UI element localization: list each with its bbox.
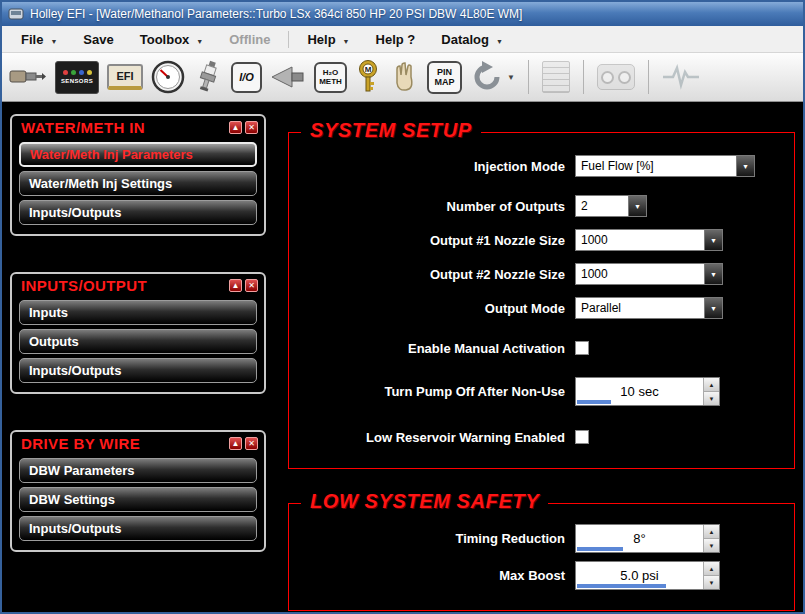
output1-nozzle-label: Output #1 Nozzle Size [289,233,565,248]
system-setup-title: SYSTEM SETUP [301,119,481,142]
output2-nozzle-select[interactable]: 1000 [575,263,723,285]
value-position-indicator [577,547,623,551]
pin-map-icon[interactable]: PIN MAP [427,55,462,99]
output-mode-value: Parallel [576,298,704,318]
fuel-filter-icon[interactable] [270,55,306,99]
sidebar-item-dbw-parameters[interactable]: DBW Parameters [19,458,257,483]
spin-down-button[interactable] [704,576,719,589]
panel-water-meth-in-header: WATER/METH IN ▲ ✕ [12,116,264,138]
output-mode-row: Output Mode Parallel [289,295,794,321]
panel-collapse-button[interactable]: ▲ [229,279,242,292]
sync-dropdown-caret-icon[interactable]: ▼ [507,73,515,82]
menu-help-label: Help [307,32,335,47]
sidebar-item-water-meth-inj-parameters[interactable]: Water/Meth Inj Parameters [19,142,257,167]
menu-datalog[interactable]: Datalog [428,28,516,51]
notes-icon [542,55,570,99]
output1-nozzle-value: 1000 [576,230,704,250]
app-icon[interactable] [8,6,24,22]
sidebar-item-dbw-inputs-outputs[interactable]: Inputs/Outputs [19,516,257,541]
output1-nozzle-row: Output #1 Nozzle Size 1000 [289,227,794,253]
toolbar: SENSORS EFI I/O H₂O METH M [2,53,803,102]
timing-reduction-input[interactable]: 8° [575,524,720,553]
menu-file[interactable]: File [8,28,70,51]
io-icon-label: I/O [239,71,254,83]
menu-help-question-label: Help ? [376,32,416,47]
spin-down-button[interactable] [704,539,719,552]
panel-inputs-output: INPUTS/OUTPUT ▲ ✕ Inputs Outputs Inputs/… [10,272,266,394]
panel-collapse-button[interactable]: ▲ [229,437,242,450]
pin-map-icon-label-1: PIN [437,67,452,77]
sparkplug-icon[interactable] [193,55,223,99]
chevron-down-icon[interactable] [628,196,646,216]
sidebar-item-water-meth-inputs-outputs[interactable]: Inputs/Outputs [19,200,257,225]
window-title: Holley EFI - [Water/Methanol Parameters:… [30,7,522,21]
enable-manual-activation-checkbox[interactable] [575,341,589,355]
menu-toolbox-label: Toolbox [140,32,190,47]
hand-tool-icon[interactable] [389,55,419,99]
menu-help[interactable]: Help [294,28,362,51]
panel-close-button[interactable]: ✕ [245,279,258,292]
menu-save[interactable]: Save [70,28,126,51]
sidebar-item-water-meth-inj-settings[interactable]: Water/Meth Inj Settings [19,171,257,196]
number-of-outputs-select[interactable]: 2 [575,195,647,217]
manual-activation-label: Enable Manual Activation [289,341,565,356]
panel-water-meth-in-title: WATER/METH IN [21,119,145,136]
efi-icon[interactable]: EFI [107,55,143,99]
panel-close-button[interactable]: ✕ [245,437,258,450]
efi-icon-label: EFI [107,64,143,90]
ignition-key-icon[interactable]: M [355,55,381,99]
gauge-icon[interactable] [151,55,185,99]
max-boost-input[interactable]: 5.0 psi [575,561,720,590]
chevron-down-icon[interactable] [736,156,754,176]
toolbar-separator [648,60,649,94]
chevron-down-icon [343,32,350,47]
pulse-icon [662,55,700,99]
panel-collapse-button[interactable]: ▲ [229,121,242,134]
value-position-indicator [577,400,611,404]
injection-mode-label: Injection Mode [289,159,565,174]
chevron-down-icon[interactable] [704,298,722,318]
panel-close-button[interactable]: ✕ [245,121,258,134]
sidebar-item-io-inputs-outputs[interactable]: Inputs/Outputs [19,358,257,383]
spin-down-button[interactable] [704,392,719,405]
pump-off-label: Turn Pump Off After Non-Use [289,384,565,399]
low-system-safety-title: LOW SYSTEM SAFETY [301,490,548,513]
chevron-down-icon[interactable] [704,264,722,284]
menu-file-label: File [21,32,43,47]
dashboard-icon [597,55,635,99]
output1-nozzle-select[interactable]: 1000 [575,229,723,251]
sync-icon[interactable]: ▼ [470,55,515,99]
spin-up-button[interactable] [704,562,719,576]
sidebar-item-inputs[interactable]: Inputs [19,300,257,325]
titlebar[interactable]: Holley EFI - [Water/Methanol Parameters:… [2,2,803,26]
chevron-down-icon [496,32,503,47]
spin-up-button[interactable] [704,378,719,392]
menu-toolbox[interactable]: Toolbox [127,28,217,51]
spin-up-button[interactable] [704,525,719,539]
io-icon[interactable]: I/O [231,55,262,99]
output2-nozzle-value: 1000 [576,264,704,284]
system-setup-section: SYSTEM SETUP Injection Mode Fuel Flow [%… [288,132,795,469]
injection-mode-value: Fuel Flow [%] [576,156,736,176]
low-reservoir-warning-checkbox[interactable] [575,430,589,444]
sidebar-item-outputs[interactable]: Outputs [19,329,257,354]
value-position-indicator [577,584,666,588]
manual-activation-row: Enable Manual Activation [289,335,794,361]
menu-separator [288,31,289,48]
sidebar-item-dbw-settings[interactable]: DBW Settings [19,487,257,512]
chevron-down-icon[interactable] [704,230,722,250]
pin-map-icon-label-2: MAP [435,77,455,87]
output2-nozzle-row: Output #2 Nozzle Size 1000 [289,261,794,287]
injection-mode-select[interactable]: Fuel Flow [%] [575,155,755,177]
injection-mode-row: Injection Mode Fuel Flow [%] [289,153,794,179]
injector-icon[interactable] [9,55,47,99]
output-mode-select[interactable]: Parallel [575,297,723,319]
pump-off-delay-input[interactable]: 10 sec [575,377,720,406]
timing-reduction-label: Timing Reduction [289,531,565,546]
sensor-dots [63,70,92,75]
sensors-icon[interactable]: SENSORS [55,55,99,99]
water-meth-icon[interactable]: H₂O METH [314,55,347,99]
chevron-down-icon [196,32,203,47]
menu-help-question[interactable]: Help ? [363,28,429,51]
svg-text:M: M [365,65,372,74]
